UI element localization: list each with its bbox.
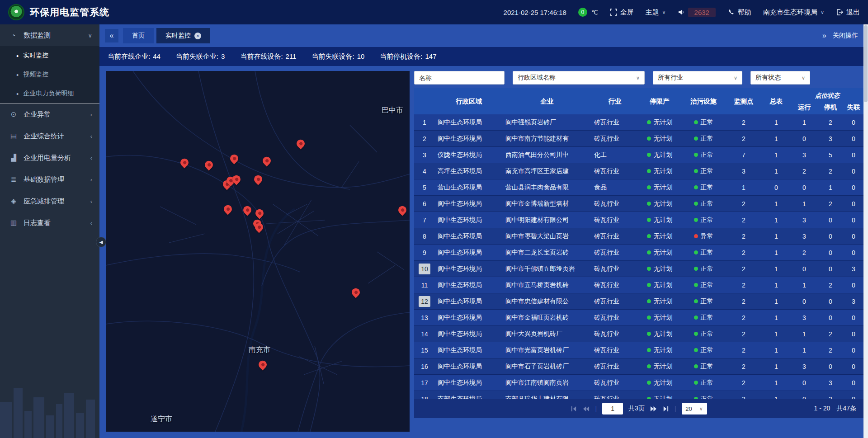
cell-region: 阆中生态环境局	[435, 118, 503, 127]
table-row[interactable]: 7阆中生态环境局阆中明阳建材有限公司砖瓦行业无计划正常21300	[414, 212, 863, 228]
help-button[interactable]: 帮助	[727, 8, 751, 17]
map-pin[interactable]	[295, 138, 307, 149]
sidebar-group-3[interactable]: ▟企业用电量分析‹	[0, 147, 99, 169]
cell-lost: 0	[844, 168, 863, 175]
tab-realtime-monitor[interactable]: 实时监控 ×	[156, 28, 210, 43]
cell-stop: 0	[817, 217, 844, 224]
sidebar-item-0-0[interactable]: •实时监控	[0, 46, 99, 65]
alarm-indicator[interactable]: 2632	[678, 8, 716, 17]
chevron-down-icon: ∨	[662, 9, 666, 15]
map-panel[interactable]: 巴中市南充市遂宁市	[106, 71, 410, 432]
table-row[interactable]: 6阆中生态环境局阆中市金博瑞新型墙材砖瓦行业无计划正常21120	[414, 196, 863, 212]
cell-lost: 0	[844, 396, 863, 400]
table-row[interactable]: 14阆中生态环境局阆中大兴页岩机砖厂砖瓦行业无计划正常21120	[414, 326, 863, 342]
tab-home[interactable]: 首页	[123, 28, 154, 43]
table-row[interactable]: 3仪陇生态环境局西南油气田分公司川中化工无计划正常71350	[414, 147, 863, 163]
table-row[interactable]: 12阆中生态环境局阆中市忠信建材有限公砖瓦行业无计划正常21003	[414, 293, 863, 310]
sidebar-group-0[interactable]: ◔数据监测∨	[0, 24, 99, 46]
cell-facility-status: 正常	[681, 265, 726, 273]
map-pin[interactable]	[179, 157, 190, 168]
table-row[interactable]: 15阆中生态环境局阆中市光富页岩机砖厂砖瓦行业无计划正常21120	[414, 342, 863, 358]
prev-page-icon	[583, 405, 590, 412]
table-row[interactable]: 18南部生态环境局南部县瑞华士建材有限砖瓦行业无计划正常21020	[414, 391, 863, 399]
sidebar-group-4[interactable]: ≣基础数据管理‹	[0, 169, 99, 190]
status-dot	[694, 299, 698, 303]
page-size-select[interactable]: 20 ∨	[682, 403, 707, 414]
map-pin[interactable]	[241, 204, 253, 216]
sidebar-group-5[interactable]: ◈应急减排管理‹	[0, 190, 99, 212]
prev-page-button[interactable]	[583, 405, 590, 412]
table-row[interactable]: 2阆中生态环境局阆中市南方节能建材有砖瓦行业无计划正常21030	[414, 131, 863, 147]
scrollbar[interactable]	[863, 24, 868, 438]
sidebar-item-0-2[interactable]: •企业电力负荷明细	[0, 84, 99, 103]
table-row[interactable]: 17阆中生态环境局阆中市江南镇阆南页岩砖瓦行业无计划正常21030	[414, 375, 863, 391]
cell-points: 2	[726, 200, 761, 207]
scrollbar-thumb[interactable]	[864, 25, 868, 102]
sidebar-group-2[interactable]: ▤企业综合统计‹	[0, 125, 99, 147]
cell-stop: 2	[817, 200, 844, 207]
map-pin[interactable]	[222, 203, 233, 215]
skyline-decoration	[0, 370, 99, 438]
row-index: 12	[414, 296, 435, 307]
map-pin[interactable]	[396, 204, 408, 216]
org-dropdown[interactable]: 南充市生态环境局 ∨	[763, 8, 824, 17]
map-pin[interactable]	[254, 207, 265, 219]
cell-facility-status: 正常	[681, 200, 726, 208]
cell-lost: 0	[844, 200, 863, 207]
app-root: 环保用电监管系统 2021-02-25 17:46:18 0 ℃ 全屏 主题 ∨…	[0, 0, 868, 438]
status-filter-select[interactable]: 所有状态 ∨	[750, 71, 810, 85]
cell-points: 2	[726, 314, 761, 321]
name-filter-input[interactable]	[414, 71, 505, 85]
first-page-button[interactable]	[571, 405, 577, 412]
table-row[interactable]: 5营山生态环境局营山县润丰肉食品有限食品无计划正常10010	[414, 179, 863, 196]
cell-facility-status: 正常	[681, 184, 726, 192]
sidebar-group-6[interactable]: ▥日志查看‹	[0, 212, 99, 234]
double-chevron-right-icon[interactable]: »	[822, 32, 826, 40]
table-row[interactable]: 4高坪生态环境局南充市高坪区王家店建砖瓦行业无计划正常31220	[414, 163, 863, 179]
cell-stop: 2	[817, 119, 844, 126]
map-pin[interactable]	[261, 155, 272, 166]
cell-facility-status: 正常	[681, 216, 726, 224]
cell-total-meter: 1	[761, 347, 791, 354]
table-row[interactable]: 11阆中生态环境局阆中市五马桥页岩机砖砖瓦行业无计划正常21120	[414, 277, 863, 293]
col-stop: 停机	[817, 103, 844, 112]
table-row[interactable]: 16阆中生态环境局阆中市石子页岩机砖厂砖瓦行业无计划正常21300	[414, 358, 863, 375]
cell-total-meter: 1	[761, 298, 791, 305]
tab-scroll-left-button[interactable]: «	[105, 29, 118, 42]
fullscreen-button[interactable]: 全屏	[610, 8, 634, 17]
map-pin[interactable]	[228, 153, 240, 164]
map-pin[interactable]	[257, 359, 269, 370]
status-dot	[694, 267, 698, 271]
status-dot	[647, 137, 651, 141]
table-row[interactable]: 13阆中生态环境局阆中市金福旺页岩机砖砖瓦行业无计划正常21300	[414, 310, 863, 326]
cell-region: 阆中生态环境局	[435, 281, 503, 289]
close-operations-button[interactable]: 关闭操作	[833, 32, 858, 40]
table-row[interactable]: 10阆中生态环境局阆中市千佛镇五郎垭页岩砖瓦行业无计划正常21003	[414, 261, 863, 277]
status-dot	[694, 185, 698, 189]
first-page-icon	[571, 405, 577, 412]
cell-limit-status: 无计划	[638, 167, 681, 175]
page-number-input[interactable]	[602, 403, 623, 414]
theme-dropdown[interactable]: 主题 ∨	[646, 8, 666, 17]
map-pin[interactable]	[252, 174, 264, 185]
table-row[interactable]: 9阆中生态环境局阆中市二龙长宝页岩砖砖瓦行业无计划正常21200	[414, 245, 863, 261]
map-pin[interactable]	[203, 159, 215, 170]
bullet-icon: •	[16, 52, 19, 59]
cell-industry: 砖瓦行业	[591, 363, 638, 371]
sidebar-item-0-1[interactable]: •视频监控	[0, 65, 99, 84]
next-page-button[interactable]	[650, 405, 657, 412]
tab-close-icon[interactable]: ×	[194, 33, 201, 39]
sidebar-group-1[interactable]: ⊙企业异常‹	[0, 104, 99, 125]
cell-limit-status: 无计划	[638, 151, 681, 159]
map-pin[interactable]	[350, 287, 361, 298]
divider: |	[595, 405, 597, 412]
logout-button[interactable]: 退出	[836, 8, 860, 17]
last-page-button[interactable]	[662, 405, 669, 412]
table-row[interactable]: 8阆中生态环境局阆中市枣碧大梁山页岩砖瓦行业无计划异常21300	[414, 228, 863, 245]
sidebar-collapse-button[interactable]: ◀	[96, 237, 106, 247]
cell-limit-status: 无计划	[638, 281, 681, 289]
region-filter-select[interactable]: 行政区域名称 ∨	[513, 71, 645, 85]
industry-filter-select[interactable]: 所有行业 ∨	[653, 71, 742, 85]
table-row[interactable]: 1阆中生态环境局阆中强锐页岩砖厂砖瓦行业无计划正常21120	[414, 114, 863, 131]
map-city-label: 遂宁市	[151, 414, 172, 424]
